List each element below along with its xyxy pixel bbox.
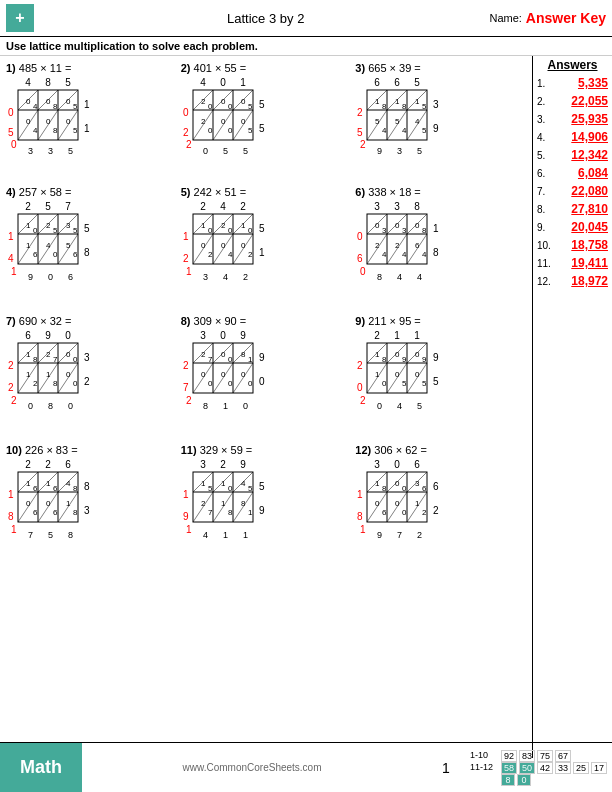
problem-7-label: 7) 690 × 32 =: [6, 315, 177, 327]
svg-text:2: 2: [25, 459, 31, 470]
svg-text:1: 1: [433, 223, 439, 234]
svg-text:0: 0: [66, 350, 71, 359]
svg-text:5: 5: [208, 484, 213, 493]
svg-text:4: 4: [397, 401, 402, 411]
svg-text:6: 6: [33, 508, 38, 517]
svg-text:2: 2: [248, 250, 253, 259]
svg-text:2: 2: [395, 241, 400, 250]
svg-text:9: 9: [240, 330, 246, 341]
problem-8: 8) 309 × 90 = 3 0 9 9 0: [179, 313, 354, 436]
problem-9: 9) 211 × 95 = 2 1 1 9 5: [353, 313, 528, 436]
problems-area: 1) 485 × 11 = 4 8 5 1 1: [0, 56, 532, 758]
svg-text:5: 5: [357, 127, 363, 138]
svg-text:2: 2: [183, 127, 189, 138]
problem-7: 7) 690 × 32 = 6 9 0 3 2: [4, 313, 179, 436]
svg-text:0: 0: [259, 376, 265, 387]
svg-text:0: 0: [357, 382, 363, 393]
header-title: Lattice 3 by 2: [42, 11, 489, 26]
svg-text:3: 3: [28, 146, 33, 156]
svg-text:5: 5: [66, 241, 71, 250]
svg-text:0: 0: [46, 499, 51, 508]
answer-val-5: 12,342: [571, 148, 608, 162]
svg-text:2: 2: [186, 395, 192, 406]
problem-9-label: 9) 211 × 95 =: [355, 315, 526, 327]
svg-text:4: 4: [241, 479, 246, 488]
lattice-2: 4 0 1 5 5 20 00 05: [181, 76, 291, 176]
problem-2-label: 2) 401 × 55 =: [181, 62, 352, 74]
svg-text:0: 0: [415, 370, 420, 379]
svg-text:5: 5: [73, 126, 78, 135]
footer-website: www.CommonCoreSheets.com: [82, 762, 422, 773]
svg-text:2: 2: [208, 250, 213, 259]
svg-text:1: 1: [360, 524, 366, 535]
svg-text:9: 9: [259, 352, 265, 363]
svg-text:4: 4: [382, 126, 387, 135]
svg-text:0: 0: [26, 499, 31, 508]
svg-text:5: 5: [422, 379, 427, 388]
logo-symbol: +: [15, 9, 24, 27]
svg-text:0: 0: [375, 221, 380, 230]
svg-text:1: 1: [375, 350, 380, 359]
svg-text:8: 8: [382, 355, 387, 364]
svg-text:6: 6: [415, 241, 420, 250]
svg-text:8: 8: [8, 511, 14, 522]
answer-item-8: 8. 27,810: [537, 202, 608, 216]
svg-text:8: 8: [241, 350, 246, 359]
svg-text:2: 2: [422, 508, 427, 517]
svg-text:4: 4: [382, 250, 387, 259]
problem-3-label: 3) 665 × 39 =: [355, 62, 526, 74]
svg-text:3: 3: [84, 505, 90, 516]
answer-item-7: 7. 22,080: [537, 184, 608, 198]
svg-text:2: 2: [417, 530, 422, 540]
svg-text:5: 5: [248, 126, 253, 135]
svg-text:2: 2: [357, 360, 363, 371]
lattice-6: 3 3 8 1 8 03 03 08: [355, 200, 465, 305]
svg-text:0: 0: [395, 221, 400, 230]
problem-12-label: 12) 306 × 62 =: [355, 444, 526, 456]
svg-text:5: 5: [73, 102, 78, 111]
problem-3: 3) 665 × 39 = 6 6 5 3 9: [353, 60, 528, 178]
answer-val-1: 5,335: [578, 76, 608, 90]
lattice-12: 3 0 6 6 2 18 00 36: [355, 458, 465, 563]
answer-num-2: 2.: [537, 96, 545, 107]
svg-text:6: 6: [33, 484, 38, 493]
problem-1-label: 1) 485 × 11 =: [6, 62, 177, 74]
svg-text:1: 1: [375, 97, 380, 106]
answer-item-2: 2. 22,055: [537, 94, 608, 108]
svg-text:1: 1: [26, 221, 31, 230]
answer-val-6: 6,084: [578, 166, 608, 180]
svg-text:4: 4: [415, 117, 420, 126]
svg-text:6: 6: [395, 77, 401, 88]
svg-text:1: 1: [201, 221, 206, 230]
svg-text:6: 6: [357, 253, 363, 264]
svg-text:0: 0: [11, 139, 17, 150]
svg-text:0: 0: [415, 350, 420, 359]
svg-text:1: 1: [375, 370, 380, 379]
answer-val-8: 27,810: [571, 202, 608, 216]
svg-text:2: 2: [221, 221, 226, 230]
svg-text:0: 0: [395, 350, 400, 359]
svg-text:5: 5: [417, 401, 422, 411]
svg-text:5: 5: [422, 126, 427, 135]
svg-text:4: 4: [33, 102, 38, 111]
svg-text:9: 9: [183, 511, 189, 522]
problem-10: 10) 226 × 83 = 2 2 6 8 3: [4, 442, 179, 565]
svg-text:1: 1: [240, 77, 246, 88]
svg-text:8: 8: [68, 530, 73, 540]
svg-text:7: 7: [183, 382, 189, 393]
svg-text:3: 3: [66, 221, 71, 230]
svg-text:5: 5: [415, 77, 421, 88]
svg-text:0: 0: [228, 484, 233, 493]
svg-text:8: 8: [382, 484, 387, 493]
svg-text:1: 1: [395, 330, 401, 341]
problem-5: 5) 242 × 51 = 2 4 2 5 1: [179, 184, 354, 307]
problem-8-label: 8) 309 × 90 =: [181, 315, 352, 327]
svg-text:4: 4: [223, 272, 228, 282]
svg-text:1: 1: [183, 231, 189, 242]
svg-text:0: 0: [208, 102, 213, 111]
svg-text:0: 0: [395, 479, 400, 488]
svg-text:0: 0: [66, 97, 71, 106]
problem-6-label: 6) 338 × 18 =: [355, 186, 526, 198]
svg-text:2: 2: [46, 221, 51, 230]
svg-text:6: 6: [53, 484, 58, 493]
